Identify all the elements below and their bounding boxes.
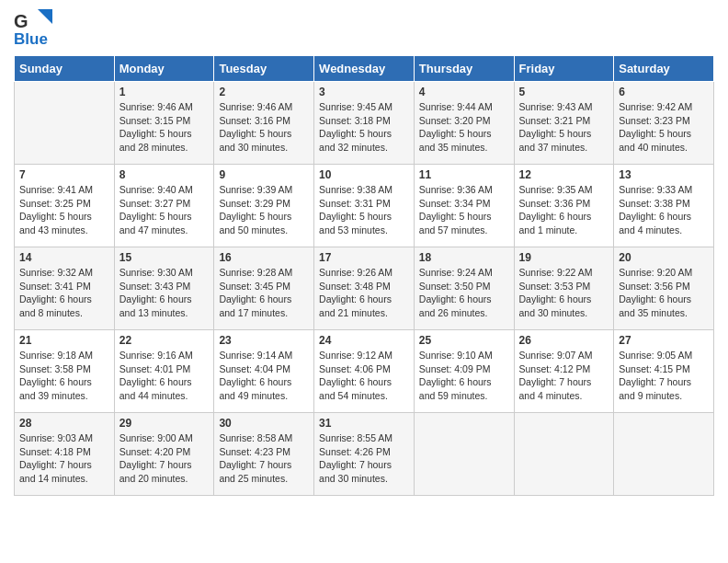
- day-info: Sunrise: 9:38 AMSunset: 3:31 PMDaylight:…: [319, 183, 409, 237]
- day-info: Sunrise: 9:24 AMSunset: 3:50 PMDaylight:…: [419, 266, 509, 320]
- sunrise-text: Sunrise: 9:35 AM: [519, 184, 593, 195]
- day-number: 22: [119, 334, 210, 347]
- day-info: Sunrise: 9:00 AMSunset: 4:20 PMDaylight:…: [119, 431, 210, 486]
- sunset-text: Sunset: 3:45 PM: [219, 281, 290, 292]
- calendar-cell: 6Sunrise: 9:42 AMSunset: 3:23 PMDaylight…: [614, 82, 714, 165]
- daylight-text: Daylight: 6 hours and 49 minutes.: [219, 376, 291, 401]
- day-number: 16: [219, 251, 309, 264]
- header-friday: Friday: [514, 56, 614, 82]
- sunset-text: Sunset: 3:21 PM: [519, 115, 591, 126]
- daylight-text: Daylight: 5 hours and 40 minutes.: [619, 128, 691, 153]
- sunrise-text: Sunrise: 9:44 AM: [419, 101, 493, 112]
- calendar-cell: 30Sunrise: 8:58 AMSunset: 4:23 PMDayligh…: [214, 413, 314, 496]
- sunrise-text: Sunrise: 9:30 AM: [119, 267, 193, 278]
- day-number: 6: [619, 86, 709, 98]
- calendar-cell: 24Sunrise: 9:12 AMSunset: 4:06 PMDayligh…: [314, 330, 415, 413]
- sunrise-text: Sunrise: 9:24 AM: [419, 267, 493, 278]
- sunset-text: Sunset: 3:43 PM: [119, 281, 191, 292]
- sunrise-text: Sunrise: 9:00 AM: [119, 432, 193, 443]
- sunrise-text: Sunrise: 9:46 AM: [219, 101, 292, 112]
- daylight-text: Daylight: 5 hours and 37 minutes.: [519, 128, 592, 153]
- daylight-text: Daylight: 7 hours and 14 minutes.: [19, 459, 92, 484]
- daylight-text: Daylight: 6 hours and 59 minutes.: [419, 376, 492, 401]
- day-number: 18: [419, 251, 509, 264]
- day-info: Sunrise: 9:35 AMSunset: 3:36 PMDaylight:…: [519, 183, 609, 237]
- sunset-text: Sunset: 4:15 PM: [619, 363, 690, 374]
- day-number: 15: [119, 251, 210, 264]
- sunset-text: Sunset: 3:16 PM: [219, 115, 290, 126]
- sunrise-text: Sunrise: 9:26 AM: [319, 267, 392, 278]
- sunset-text: Sunset: 4:06 PM: [319, 363, 391, 374]
- calendar-cell: 9Sunrise: 9:39 AMSunset: 3:29 PMDaylight…: [214, 165, 314, 247]
- calendar-header-row: SundayMondayTuesdayWednesdayThursdayFrid…: [15, 56, 714, 82]
- day-number: 14: [19, 251, 109, 264]
- calendar-week-row: 21Sunrise: 9:18 AMSunset: 3:58 PMDayligh…: [15, 330, 714, 413]
- day-info: Sunrise: 9:28 AMSunset: 3:45 PMDaylight:…: [219, 266, 309, 320]
- calendar-cell: 2Sunrise: 9:46 AMSunset: 3:16 PMDaylight…: [214, 82, 314, 165]
- day-info: Sunrise: 9:16 AMSunset: 4:01 PMDaylight:…: [119, 349, 210, 403]
- sunrise-text: Sunrise: 9:42 AM: [619, 101, 692, 112]
- sunrise-text: Sunrise: 9:43 AM: [519, 101, 593, 112]
- day-info: Sunrise: 9:36 AMSunset: 3:34 PMDaylight:…: [419, 183, 509, 237]
- day-number: 8: [119, 168, 210, 181]
- sunrise-text: Sunrise: 9:14 AM: [219, 350, 292, 361]
- calendar-cell: 22Sunrise: 9:16 AMSunset: 4:01 PMDayligh…: [114, 330, 214, 413]
- day-info: Sunrise: 9:05 AMSunset: 4:15 PMDaylight:…: [619, 349, 709, 403]
- calendar-cell: [414, 413, 514, 496]
- day-info: Sunrise: 9:14 AMSunset: 4:04 PMDaylight:…: [219, 349, 309, 403]
- calendar-cell: [614, 413, 714, 496]
- day-number: 31: [319, 417, 409, 430]
- calendar-cell: 8Sunrise: 9:40 AMSunset: 3:27 PMDaylight…: [114, 165, 214, 247]
- sunset-text: Sunset: 3:29 PM: [219, 198, 290, 209]
- sunset-text: Sunset: 4:26 PM: [319, 446, 391, 457]
- svg-text:Blue: Blue: [14, 30, 48, 48]
- daylight-text: Daylight: 6 hours and 13 minutes.: [119, 293, 192, 318]
- sunset-text: Sunset: 3:23 PM: [619, 115, 690, 126]
- day-info: Sunrise: 9:32 AMSunset: 3:41 PMDaylight:…: [19, 266, 109, 320]
- sunrise-text: Sunrise: 9:41 AM: [19, 184, 93, 195]
- header-thursday: Thursday: [414, 56, 514, 82]
- sunrise-text: Sunrise: 9:22 AM: [519, 267, 593, 278]
- daylight-text: Daylight: 6 hours and 21 minutes.: [319, 293, 392, 318]
- sunrise-text: Sunrise: 9:39 AM: [219, 184, 292, 195]
- day-info: Sunrise: 9:30 AMSunset: 3:43 PMDaylight:…: [119, 266, 210, 320]
- day-number: 2: [219, 86, 309, 98]
- sunrise-text: Sunrise: 9:07 AM: [519, 350, 593, 361]
- sunset-text: Sunset: 3:27 PM: [119, 198, 191, 209]
- header-sunday: Sunday: [15, 56, 115, 82]
- day-number: 19: [519, 251, 609, 264]
- daylight-text: Daylight: 7 hours and 20 minutes.: [119, 459, 192, 484]
- sunset-text: Sunset: 4:01 PM: [119, 363, 191, 374]
- sunrise-text: Sunrise: 9:32 AM: [19, 267, 93, 278]
- calendar-table: SundayMondayTuesdayWednesdayThursdayFrid…: [14, 55, 714, 496]
- day-number: 29: [119, 417, 210, 430]
- daylight-text: Daylight: 6 hours and 8 minutes.: [19, 293, 92, 318]
- calendar-week-row: 14Sunrise: 9:32 AMSunset: 3:41 PMDayligh…: [15, 247, 714, 330]
- day-number: 27: [619, 334, 709, 347]
- day-number: 28: [19, 417, 109, 430]
- daylight-text: Daylight: 5 hours and 53 minutes.: [319, 211, 392, 236]
- day-info: Sunrise: 9:07 AMSunset: 4:12 PMDaylight:…: [519, 349, 609, 403]
- sunset-text: Sunset: 3:53 PM: [519, 281, 591, 292]
- calendar-week-row: 1Sunrise: 9:46 AMSunset: 3:15 PMDaylight…: [15, 82, 714, 165]
- daylight-text: Daylight: 6 hours and 39 minutes.: [19, 376, 92, 401]
- daylight-text: Daylight: 5 hours and 32 minutes.: [319, 128, 392, 153]
- sunset-text: Sunset: 3:34 PM: [419, 198, 491, 209]
- sunrise-text: Sunrise: 9:45 AM: [319, 101, 392, 112]
- page-header: G Blue: [14, 9, 714, 48]
- day-number: 24: [319, 334, 409, 347]
- day-info: Sunrise: 9:03 AMSunset: 4:18 PMDaylight:…: [19, 431, 109, 486]
- calendar-cell: 1Sunrise: 9:46 AMSunset: 3:15 PMDaylight…: [114, 82, 214, 165]
- day-number: 4: [419, 86, 509, 98]
- daylight-text: Daylight: 5 hours and 50 minutes.: [219, 211, 291, 236]
- daylight-text: Daylight: 5 hours and 47 minutes.: [119, 211, 192, 236]
- day-info: Sunrise: 9:20 AMSunset: 3:56 PMDaylight:…: [619, 266, 709, 320]
- sunrise-text: Sunrise: 9:46 AM: [119, 101, 193, 112]
- day-number: 12: [519, 168, 609, 181]
- sunset-text: Sunset: 3:48 PM: [319, 281, 391, 292]
- daylight-text: Daylight: 5 hours and 30 minutes.: [219, 128, 291, 153]
- calendar-week-row: 28Sunrise: 9:03 AMSunset: 4:18 PMDayligh…: [15, 413, 714, 496]
- sunrise-text: Sunrise: 9:12 AM: [319, 350, 392, 361]
- sunset-text: Sunset: 3:58 PM: [19, 363, 91, 374]
- daylight-text: Daylight: 5 hours and 57 minutes.: [419, 211, 492, 236]
